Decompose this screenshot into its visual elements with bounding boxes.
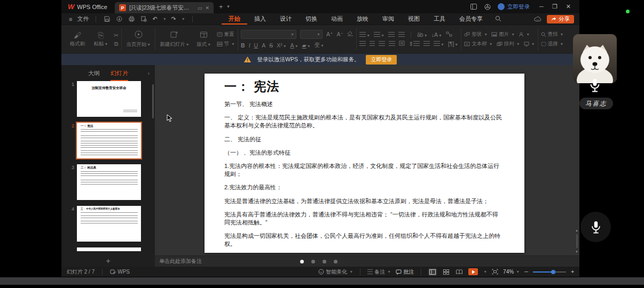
pager-dot[interactable] xyxy=(323,260,326,263)
scroll-up-icon[interactable]: ▲ xyxy=(575,229,578,232)
highlight-color-button[interactable]: ▰▼ xyxy=(302,42,311,49)
save-icon[interactable] xyxy=(103,16,111,22)
arrange-button[interactable]: 排列▼ xyxy=(497,41,520,47)
banner-login-button[interactable]: 立即登录 xyxy=(366,55,397,65)
tab-review[interactable]: 审阅 xyxy=(375,13,401,25)
restore-button[interactable]: ❐ xyxy=(552,3,557,10)
undo-icon[interactable]: ↶ xyxy=(152,15,157,22)
font-family-select[interactable]: ▼ xyxy=(241,30,296,39)
login-button[interactable]: 立即登录 xyxy=(498,3,530,11)
new-slide-button[interactable]: 新建幻灯片▼ xyxy=(158,31,191,48)
zoom-out-button[interactable]: ─ xyxy=(524,269,528,275)
char-border-button[interactable]: A xyxy=(262,42,265,49)
notes-toggle-button[interactable]: 备注▼ xyxy=(367,268,391,276)
strikethrough-button[interactable]: S xyxy=(269,42,273,49)
tab-view[interactable]: 视图 xyxy=(401,13,427,25)
textbox-button[interactable]: A 文本框▼ xyxy=(464,41,492,47)
file-menu-button[interactable]: 文件 xyxy=(77,15,89,23)
decrease-font-button[interactable]: A⁻ xyxy=(337,31,344,37)
sidebar-toggle-icon[interactable] xyxy=(470,4,477,10)
share-button[interactable]: 分享 xyxy=(547,15,574,23)
screen-insert-button[interactable]: ▼ xyxy=(524,42,535,46)
shapes-button[interactable]: 形状▼ xyxy=(464,31,488,38)
view-reading-button[interactable] xyxy=(455,268,464,276)
slide-thumbnail-2-selected[interactable]: 一： 宪法 xyxy=(77,123,141,158)
char-spacing-button[interactable]: 变▼ xyxy=(315,42,324,49)
zoom-slider[interactable] xyxy=(533,271,566,273)
zoom-in-button[interactable]: + xyxy=(571,269,574,275)
collapse-panel-icon[interactable]: ‹ xyxy=(148,70,150,76)
italic-button[interactable]: I xyxy=(249,42,250,49)
microphone-toggle-button[interactable] xyxy=(580,212,611,242)
close-button[interactable]: ✕ xyxy=(566,3,571,10)
layout-button[interactable]: 版式▼ xyxy=(193,31,215,48)
notes-bar[interactable]: 单击此处添加备注 xyxy=(155,255,579,267)
minimize-button[interactable]: ─ xyxy=(539,3,544,10)
superscript-button[interactable]: X²▼ xyxy=(277,42,286,49)
tab-membership[interactable]: 会员专享 xyxy=(452,13,490,25)
text-direction-button[interactable]: āb▼ xyxy=(417,31,428,38)
scroll-down-icon[interactable]: ▼ xyxy=(575,250,578,253)
avatar-insert-button[interactable]: ▼ xyxy=(519,32,530,37)
tab-animation[interactable]: 动画 xyxy=(324,13,350,25)
line-spacing-button[interactable]: ⇕ xyxy=(409,41,420,47)
document-tab[interactable]: P [只读]23级七班春节安全班会 ▭ ✕ xyxy=(115,2,214,13)
notes-placeholder[interactable]: 单击此处添加备注 xyxy=(159,258,202,265)
comment-button[interactable]: 批注 xyxy=(396,268,414,276)
tab-transition[interactable]: 切换 xyxy=(299,13,324,25)
print-preview-icon[interactable] xyxy=(140,16,147,22)
pager-dot-active[interactable] xyxy=(300,260,304,263)
redo-icon[interactable]: ↷ xyxy=(171,15,176,22)
output-icon[interactable] xyxy=(115,16,123,22)
tab-insert[interactable]: 插入 xyxy=(247,13,273,25)
fit-slide-button[interactable] xyxy=(492,269,498,275)
slide-thumbnail-3[interactable]: 二： 民法典 xyxy=(77,164,141,200)
increase-font-button[interactable]: A⁺ xyxy=(326,31,333,37)
slide-thumbnail-1[interactable]: 法制宣传教育安全班会 xyxy=(77,81,141,117)
convert-diagram-button[interactable] xyxy=(446,31,452,38)
canvas-scrollbar[interactable]: ▲ ▼ xyxy=(575,229,578,253)
increase-indent-button[interactable] xyxy=(398,31,405,38)
cloud-sync-icon[interactable] xyxy=(534,16,541,22)
align-left-button[interactable] xyxy=(359,41,366,47)
pager-dot[interactable] xyxy=(311,260,315,263)
para-spacing-increase-button[interactable] xyxy=(423,41,430,47)
select-button[interactable]: 选择▼ xyxy=(541,41,564,47)
panel-scrollbar[interactable] xyxy=(152,84,154,118)
font-size-select[interactable]: ▼ xyxy=(300,30,323,39)
font-color-button[interactable]: A▼ xyxy=(290,42,299,49)
slide-canvas[interactable]: 一： 宪法 第一节、 宪法概述 一、 定义：宪法是规范民主施政规则的根本法，是有… xyxy=(155,65,579,255)
justify-button[interactable] xyxy=(389,41,395,47)
print-icon[interactable] xyxy=(128,16,135,22)
play-options-chevron-icon[interactable]: ▼ xyxy=(483,270,487,274)
align-right-button[interactable] xyxy=(379,41,385,47)
settings-wheel-icon[interactable] xyxy=(484,4,491,10)
find-button[interactable]: 查找▼ xyxy=(541,31,564,38)
paragraph-settings-button[interactable]: [¶]▼ xyxy=(448,41,458,47)
clear-format-button[interactable] xyxy=(347,31,354,37)
cut-icon[interactable]: ✂ xyxy=(114,33,119,38)
redo-chevron-icon[interactable]: ▼ xyxy=(182,17,185,21)
participant-video-tile[interactable] xyxy=(573,34,617,83)
bullets-button[interactable]: ▼ xyxy=(359,31,370,38)
distribute-button[interactable] xyxy=(399,41,405,47)
zoom-level[interactable]: 74%▼ xyxy=(503,269,520,275)
tab-home[interactable]: 开始 xyxy=(222,13,247,25)
vertical-text-button[interactable]: ↓A▼ xyxy=(431,31,442,38)
picture-button[interactable]: 图片▼ xyxy=(491,31,515,38)
hamburger-icon[interactable]: ≡ xyxy=(69,16,72,22)
view-normal-button[interactable] xyxy=(428,268,437,276)
tab-outline[interactable]: 大纲 xyxy=(88,65,100,81)
search-icon[interactable] xyxy=(495,15,501,23)
decrease-indent-button[interactable] xyxy=(388,31,395,38)
bold-button[interactable]: B xyxy=(241,42,245,49)
numbering-button[interactable]: ▼ xyxy=(374,31,384,38)
reset-button[interactable]: 重置 xyxy=(217,31,235,38)
para-spacing-decrease-button[interactable]: ▼ xyxy=(434,41,444,47)
tab-tools[interactable]: 工具 xyxy=(427,13,452,25)
chevron-down-icon[interactable]: ▼ xyxy=(226,4,231,9)
add-slide-button[interactable]: + xyxy=(61,255,155,267)
undo-chevron-icon[interactable]: ▼ xyxy=(163,17,167,21)
view-sorter-button[interactable] xyxy=(442,268,450,276)
tab-close-icon[interactable]: ✕ xyxy=(205,5,209,11)
